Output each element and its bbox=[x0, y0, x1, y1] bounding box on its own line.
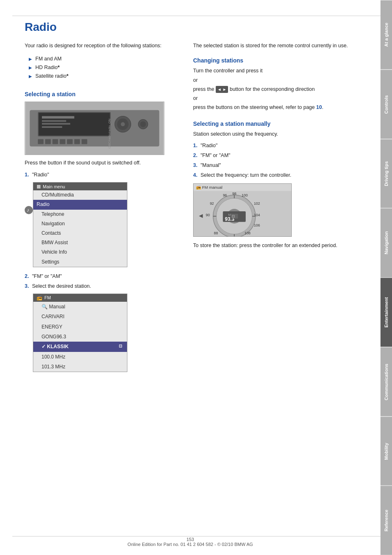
svg-rect-5 bbox=[42, 120, 66, 122]
car-dashboard-svg: OBC/radio/radio_ON bbox=[25, 102, 164, 155]
manual-step-2-text: "FM" or "AM" bbox=[201, 153, 231, 158]
sidebar-tab-reference[interactable]: Reference bbox=[380, 486, 392, 555]
changing-stations-heading: Changing stations bbox=[193, 57, 364, 64]
svg-rect-17 bbox=[67, 139, 73, 144]
manual-step-2-num: 2. bbox=[193, 153, 197, 158]
menu-item-settings: Settings bbox=[33, 257, 127, 267]
svg-text:◄: ◄ bbox=[198, 212, 204, 219]
changing-text1: Turn the controller and press it bbox=[193, 67, 364, 75]
step-2-text: "FM" or "AM" bbox=[32, 273, 62, 279]
two-column-layout: Your radio is designed for reception of … bbox=[25, 42, 364, 372]
main-menu-box: ▦ Main menu CD/Multimedia Radio Telephon… bbox=[33, 182, 127, 267]
fm-dial-box: 📻 FM manual 96 98 100 102 104 106 108 92… bbox=[193, 183, 292, 237]
svg-point-10 bbox=[121, 122, 125, 126]
menu-item-bmw-assist: BMW Assist bbox=[33, 238, 127, 247]
svg-rect-18 bbox=[74, 139, 80, 144]
fm-dial-svg: 📻 FM manual 96 98 100 102 104 106 108 92… bbox=[194, 183, 291, 237]
list-item: ▶ HD Radio* bbox=[29, 63, 181, 72]
svg-text:92: 92 bbox=[210, 201, 214, 206]
svg-rect-7 bbox=[42, 126, 62, 128]
svg-text:100: 100 bbox=[242, 193, 248, 197]
menu-item-vehicle-info: Vehicle Info bbox=[33, 247, 127, 257]
step-3: 3. Select the desired station. bbox=[25, 282, 181, 290]
direction-button[interactable]: ◄ ► bbox=[216, 86, 228, 93]
selecting-station-heading: Selecting a station bbox=[25, 91, 181, 97]
list-item: ▶ FM and AM bbox=[29, 55, 181, 63]
arrow-icon: ▶ bbox=[29, 56, 32, 62]
manual-step-1-text: "Radio" bbox=[201, 143, 218, 148]
manually-intro: Station selection using the frequency. bbox=[193, 130, 364, 138]
bullet-list: ▶ FM and AM ▶ HD Radio* ▶ Satellite radi… bbox=[29, 55, 181, 81]
step-3-text: Select the desired station. bbox=[32, 283, 91, 289]
sidebar-tab-mobility[interactable]: Mobility bbox=[380, 416, 392, 486]
svg-rect-19 bbox=[81, 139, 87, 144]
page-number: 153 bbox=[187, 537, 194, 542]
manual-step-1: 1. "Radio" bbox=[193, 141, 364, 150]
fm-item-carivari-text: CARIVARI bbox=[42, 312, 65, 321]
selecting-manually-heading: Selecting a station manually bbox=[193, 120, 364, 127]
sidebar-tab-entertainment[interactable]: Entertainment bbox=[380, 278, 392, 347]
sidebar-tab-at-a-glance[interactable]: At a glance bbox=[380, 0, 392, 69]
manual-step-3-num: 3. bbox=[193, 162, 197, 168]
car-image: OBC/radio/radio_ON bbox=[25, 102, 164, 155]
store-intro-text: The selected station is stored for the r… bbox=[193, 42, 364, 50]
changing-text2: press the ◄ ► button for the correspondi… bbox=[193, 86, 364, 93]
step-2: 2. "FM" or "AM" bbox=[25, 272, 181, 280]
svg-text:102: 102 bbox=[254, 201, 260, 206]
list-item-text: HD Radio* bbox=[35, 63, 60, 72]
fm-item-energy-text: ENERGY bbox=[42, 323, 62, 331]
svg-text:♪: ♪ bbox=[27, 207, 29, 213]
svg-rect-16 bbox=[60, 139, 65, 144]
list-item: ▶ Satellite radio* bbox=[29, 72, 181, 81]
press-text: Press the button if the sound output is … bbox=[25, 159, 181, 167]
fm-list-title-text: FM bbox=[44, 295, 51, 300]
sidebar-tab-communications[interactable]: Communications bbox=[380, 347, 392, 416]
svg-text:88: 88 bbox=[214, 231, 218, 235]
svg-text:90: 90 bbox=[206, 213, 210, 217]
main-menu-title-text: Main menu bbox=[43, 184, 65, 189]
page-link[interactable]: 10 bbox=[316, 104, 322, 110]
manual-step-4-num: 4. bbox=[193, 172, 197, 178]
sidebar-tab-navigation[interactable]: Navigation bbox=[380, 208, 392, 278]
right-column: The selected station is stored for the r… bbox=[193, 42, 364, 372]
manual-step-3-text: "Manual" bbox=[201, 162, 221, 168]
arrow-icon: ▶ bbox=[29, 73, 32, 80]
fm-item-gong-text: GONG96.3 bbox=[42, 333, 66, 341]
or-1: or bbox=[193, 77, 364, 83]
store-controller-text: To store the station: press the controll… bbox=[193, 242, 364, 250]
svg-rect-6 bbox=[42, 123, 70, 125]
manual-step-1-num: 1. bbox=[193, 143, 197, 148]
fm-item-101mhz: 101.3 MHz bbox=[33, 362, 127, 372]
svg-rect-4 bbox=[42, 116, 74, 118]
svg-text:⊡: ⊡ bbox=[232, 214, 235, 218]
step-3-num: 3. bbox=[25, 283, 29, 289]
sidebar-tab-controls[interactable]: Controls bbox=[380, 69, 392, 139]
step-1-num: 1. bbox=[25, 172, 29, 178]
menu-item-radio: Radio bbox=[33, 200, 127, 209]
manual-step-4-text: Select the frequency: turn the controlle… bbox=[201, 172, 291, 178]
fm-item-100mhz-text: 100.0 MHz bbox=[42, 353, 65, 361]
fm-item-manual: 🔍 Manual bbox=[33, 302, 127, 312]
fm-item-energy: ENERGY bbox=[33, 322, 127, 332]
svg-text:96: 96 bbox=[223, 193, 227, 197]
fm-list-title: 📻 FM bbox=[33, 294, 127, 302]
sidebar-tab-driving-tips[interactable]: Driving tips bbox=[380, 139, 392, 208]
step-1: 1. "Radio" bbox=[25, 171, 181, 179]
page-footer: 153 Online Edition for Part no. 01 41 2 … bbox=[0, 537, 380, 547]
step-1-text: "Radio" bbox=[32, 172, 49, 178]
fm-item-gong: GONG96.3 bbox=[33, 332, 127, 342]
manual-step-2: 2. "FM" or "AM" bbox=[193, 151, 364, 160]
main-menu-title: ▦ Main menu bbox=[33, 183, 127, 190]
list-item-text: Satellite radio* bbox=[35, 72, 69, 81]
svg-rect-15 bbox=[53, 139, 58, 144]
manual-step-4: 4. Select the frequency: turn the contro… bbox=[193, 171, 364, 179]
page-title: Radio bbox=[25, 21, 364, 34]
menu-item-contacts: Contacts bbox=[33, 229, 127, 238]
arrow-icon: ▶ bbox=[29, 64, 32, 71]
svg-point-12 bbox=[140, 121, 146, 127]
intro-text: Your radio is designed for reception of … bbox=[25, 42, 181, 50]
svg-text:108: 108 bbox=[244, 231, 251, 235]
step-2-num: 2. bbox=[25, 273, 29, 279]
fm-item-klassik: ✓ KLASSIK ⊡ bbox=[33, 342, 127, 352]
svg-text:OBC/radio/radio_ON: OBC/radio/radio_ON bbox=[108, 118, 111, 148]
